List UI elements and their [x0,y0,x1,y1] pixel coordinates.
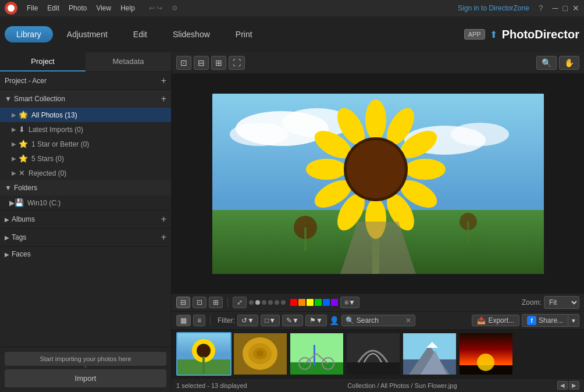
menu-edit[interactable]: Edit [47,4,59,12]
rejected-chevron: ▶ [12,170,16,176]
swatch-red[interactable] [290,299,297,306]
menu-view[interactable]: View [96,4,111,12]
sidebar-item-win10[interactable]: ▶ 💾 Win10 (C:) [0,195,171,210]
dot-6[interactable] [281,300,286,305]
tab-metadata[interactable]: Metadata [86,52,171,72]
expand-btn[interactable]: ⤢ [233,297,247,308]
search-box[interactable]: 🔍 ✕ [341,315,415,326]
nav-adjustment[interactable]: Adjustment [55,26,119,42]
thumb-item-mountain[interactable] [402,332,457,376]
swatch-blue[interactable] [323,299,330,306]
sign-in-link[interactable]: Sign in to DirectorZone [458,4,529,12]
fullscreen-view-btn[interactable]: ⛶ [229,56,245,70]
maximize-btn[interactable]: □ [563,3,568,13]
filter-rotate-btn[interactable]: ↺▼ [237,315,258,326]
search-input[interactable] [357,316,403,325]
nav-library[interactable]: Library [5,26,53,42]
sidebar-tabs: Project Metadata [0,52,171,72]
thumb-grid-btn[interactable]: ▦ [176,315,191,326]
search-action-btn[interactable]: 🔍 [536,56,557,70]
view-toolbar: ⊡ ⊟ ⊞ ⛶ 🔍 ✋ [172,52,584,74]
share-dropdown-btn[interactable]: ▼ [568,314,579,327]
sidebar-item-rejected[interactable]: ▶ ✕ Rejected (0) [0,166,171,180]
sidebar-item-latest-imports[interactable]: ▶ ⬇ Latest Imports (0) [0,122,171,137]
svg-point-4 [230,123,288,146]
share-btn[interactable]: f Share... [522,314,568,327]
all-photos-label: All Photos (13) [31,111,166,119]
thumb-item-bw[interactable] [346,332,401,376]
sort-btn[interactable]: ≡▼ [340,297,359,308]
dots-area [249,300,286,305]
menu-file[interactable]: File [27,4,38,12]
swatch-purple[interactable] [331,299,338,306]
zoom-dropdown[interactable]: Fit 100% 200% 50% [544,296,579,309]
dot-4[interactable] [268,300,273,305]
swatch-green[interactable] [315,299,322,306]
export-btn[interactable]: 📤 Export... [472,315,519,326]
scroll-left-btn[interactable]: ◀ [557,381,568,390]
svg-point-18 [306,159,347,180]
single-view-btn[interactable]: ⊡ [176,56,191,70]
dot-2[interactable] [255,300,260,305]
filter-flag-btn[interactable]: ⚑▼ [305,315,327,326]
share-group: f Share... ▼ [522,314,579,327]
sidebar-item-all-photos[interactable]: ▶ 🌟 All Photos (13) [0,108,171,122]
menu-photo[interactable]: Photo [69,4,87,12]
separator-2 [210,316,211,325]
faces-section[interactable]: ▶ Faces [0,246,171,262]
search-clear-btn[interactable]: ✕ [405,316,411,325]
nav-slideshow[interactable]: Slideshow [161,26,222,42]
dot-5[interactable] [275,300,279,305]
filter-frame-btn[interactable]: □▼ [261,315,280,326]
compare-view-btn[interactable]: ⊟ [194,56,209,70]
upload-icon: ⬆ [490,29,497,40]
thumb-item-spiral[interactable] [233,332,288,376]
sidebar-item-5stars[interactable]: ▶ ⭐ 5 Stars (0) [0,151,171,166]
export-label: Export... [488,316,514,325]
project-add-btn[interactable]: + [161,76,166,86]
thumb-item-sunflower[interactable] [176,332,232,376]
albums-chevron: ▶ [5,216,9,223]
view-medium-btn[interactable]: ⊡ [193,297,206,308]
menu-help[interactable]: Help [120,4,135,12]
thumb-item-bike[interactable] [289,332,344,376]
view-large-btn[interactable]: ⊟ [176,297,190,308]
nav-edit[interactable]: Edit [122,26,159,42]
dot-1[interactable] [249,300,254,305]
thumb-list-btn[interactable]: ≡ [193,315,205,326]
main-image-svg [212,94,544,274]
view-small-btn[interactable]: ⊞ [209,297,223,308]
tags-section[interactable]: ▶ Tags + [0,228,171,246]
sidebar-item-1star[interactable]: ▶ ⭐ 1 Star or Better (0) [0,137,171,151]
swatch-yellow[interactable] [307,299,314,306]
albums-add-btn[interactable]: + [161,214,166,224]
folders-header[interactable]: ▼ Folders [0,180,171,195]
smart-collection-header[interactable]: ▼ Smart Collection + [0,90,171,108]
swatch-orange[interactable] [298,299,305,306]
minimize-btn[interactable]: ─ [553,3,558,13]
app-badge: APP [464,29,485,40]
5stars-icon: ⭐ [19,154,28,163]
smart-collection-chevron: ▼ [5,95,12,103]
import-hint: Start importing your photos here [5,352,166,366]
albums-label: Albums [12,215,161,223]
tab-project[interactable]: Project [0,52,86,72]
grid-view-btn[interactable]: ⊞ [211,56,226,70]
tags-add-btn[interactable]: + [161,232,166,243]
smart-collection-add-btn[interactable]: + [161,94,166,104]
albums-section[interactable]: ▶ Albums + [0,210,171,228]
all-photos-chevron: ▶ [12,112,16,118]
menu-bar: File Edit Photo View Help ↩ ↪ ⚙ Sign in … [0,0,584,16]
app-logo [5,2,17,15]
pan-btn[interactable]: ✋ [559,56,579,70]
5stars-label: 5 Stars (0) [31,155,166,163]
filter-edit-btn[interactable]: ✎▼ [282,315,303,326]
scroll-right-btn[interactable]: ▶ [569,381,579,390]
import-button[interactable]: Import [5,369,166,387]
help-btn[interactable]: ? [539,3,543,13]
close-btn[interactable]: ✕ [572,3,579,13]
nav-print[interactable]: Print [224,26,264,42]
svg-point-9 [365,99,386,140]
thumb-item-sunset[interactable] [458,332,514,376]
dot-3[interactable] [262,300,266,305]
